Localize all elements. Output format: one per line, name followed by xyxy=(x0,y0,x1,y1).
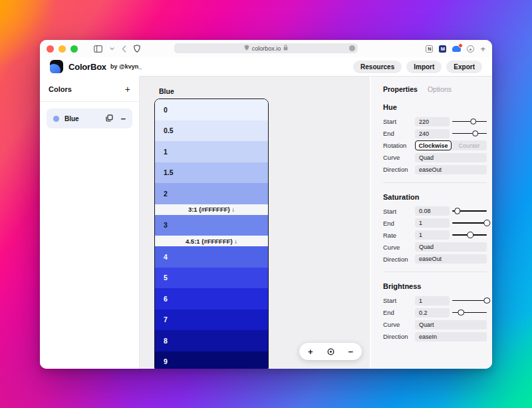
export-button[interactable]: Export xyxy=(446,61,482,73)
address-bar[interactable]: colorbox.io xyxy=(174,43,358,53)
property-row: Rate1 xyxy=(383,231,487,240)
segment-counter[interactable]: Counter xyxy=(452,140,487,150)
scale-swatch-row[interactable]: 0.5 xyxy=(155,120,268,142)
header-buttons: ResourcesImportExport xyxy=(353,61,482,73)
start-slider[interactable] xyxy=(452,117,487,126)
property-row: End240 xyxy=(383,129,487,138)
property-row: End1 xyxy=(383,219,487,228)
direction-select[interactable]: easeIn xyxy=(415,332,487,341)
privacy-shield-icon[interactable] xyxy=(134,45,140,53)
scale-swatch-row[interactable]: 0 xyxy=(155,99,268,120)
section-divider xyxy=(383,272,487,272)
tab-properties[interactable]: Properties xyxy=(383,85,418,93)
import-button[interactable]: Import xyxy=(406,61,442,73)
start-value-input[interactable]: 0.08 xyxy=(415,206,450,216)
end-slider[interactable] xyxy=(452,129,487,138)
end-slider[interactable] xyxy=(452,219,487,228)
zoom-reset-button[interactable] xyxy=(327,348,334,355)
color-list-item[interactable]: Blue− xyxy=(47,108,132,128)
rotation-segmented-control: ClockwiseCounter xyxy=(415,140,487,150)
new-tab-icon[interactable]: + xyxy=(480,45,485,53)
slider-knob[interactable] xyxy=(470,118,477,125)
back-icon[interactable] xyxy=(122,45,126,53)
curve-select[interactable]: Quad xyxy=(415,242,487,252)
site-shield-icon xyxy=(244,45,249,52)
contrast-marker: 4.5:1 (#FFFFFF) ↓ xyxy=(155,236,268,246)
slider-knob[interactable] xyxy=(483,298,490,304)
scale-swatch-row[interactable]: 7 xyxy=(155,309,268,331)
property-label: Curve xyxy=(383,154,415,161)
chevron-down-icon[interactable] xyxy=(110,47,114,51)
start-slider[interactable] xyxy=(452,207,487,216)
close-button[interactable] xyxy=(47,45,54,53)
start-slider[interactable] xyxy=(452,296,487,305)
curve-select[interactable]: Quad xyxy=(415,153,487,162)
minimize-button[interactable] xyxy=(59,45,66,53)
colorbox-logo-icon[interactable] xyxy=(50,60,63,73)
sidebar-divider xyxy=(40,101,139,102)
zoom-in-button[interactable]: + xyxy=(308,347,313,356)
traffic-lights xyxy=(47,45,78,53)
zoom-controls: + − xyxy=(299,343,362,360)
app-byline[interactable]: by @kvyn_ xyxy=(110,63,142,70)
slider-knob[interactable] xyxy=(483,220,490,226)
property-label: End xyxy=(383,130,415,137)
extension-m-icon[interactable]: M xyxy=(439,45,446,53)
scale-swatch-row[interactable]: 1 xyxy=(155,141,268,162)
scale-swatch-row[interactable]: 9 xyxy=(155,351,268,369)
zoom-out-button[interactable]: − xyxy=(348,347,353,356)
property-row: End0.2 xyxy=(383,308,487,317)
segment-clockwise[interactable]: Clockwise xyxy=(415,140,452,150)
tab-options[interactable]: Options xyxy=(428,85,452,93)
slider-knob[interactable] xyxy=(454,208,461,214)
property-label: Start xyxy=(383,297,415,304)
scale-swatch-row[interactable]: 2 xyxy=(155,183,268,204)
add-color-button[interactable]: + xyxy=(125,85,130,94)
extension-notion-icon[interactable]: N xyxy=(426,45,433,53)
direction-select[interactable]: easeOut xyxy=(415,165,487,174)
slider-knob[interactable] xyxy=(467,232,473,238)
resources-button[interactable]: Resources xyxy=(353,61,402,73)
scale-swatch-row[interactable]: 4 xyxy=(155,246,268,268)
sidebar-toggle-icon[interactable] xyxy=(94,45,102,53)
properties-panel: PropertiesOptions HueStart220End240Rotat… xyxy=(370,76,492,369)
scale-swatch-row[interactable]: 1.5 xyxy=(155,162,268,184)
scale-swatch-row[interactable]: 3 xyxy=(155,215,268,236)
color-scale-card: 00.511.523:1 (#FFFFFF) ↓34.5:1 (#FFFFFF)… xyxy=(154,99,269,369)
slider-track xyxy=(452,133,487,134)
rate-slider[interactable] xyxy=(452,231,487,240)
browser-window: colorbox.io N M + ColorBox by @kvyn_ Res… xyxy=(40,40,492,369)
extension-keyhole-icon[interactable] xyxy=(467,45,474,53)
end-value-input[interactable]: 240 xyxy=(415,129,450,138)
end-value-input[interactable]: 1 xyxy=(415,218,450,228)
slider-knob[interactable] xyxy=(472,130,479,137)
property-label: Direction xyxy=(383,333,415,340)
maximize-button[interactable] xyxy=(70,45,78,53)
color-item-actions: − xyxy=(106,112,126,124)
curve-select[interactable]: Quart xyxy=(415,320,487,329)
remove-color-icon[interactable]: − xyxy=(120,114,126,123)
panel-tabs: PropertiesOptions xyxy=(383,85,487,93)
property-label: Direction xyxy=(383,166,415,173)
color-item-label: Blue xyxy=(65,115,79,122)
start-value-input[interactable]: 1 xyxy=(415,296,450,306)
property-row: Start1 xyxy=(383,296,487,306)
reader-icon[interactable] xyxy=(349,45,355,51)
section-title-saturation: Saturation xyxy=(383,193,487,201)
end-slider[interactable] xyxy=(452,308,487,317)
rate-value-input[interactable]: 1 xyxy=(415,230,450,240)
scale-swatch-row[interactable]: 8 xyxy=(155,330,268,351)
scale-swatch-row[interactable]: 5 xyxy=(155,268,268,289)
app-name: ColorBox xyxy=(68,62,106,72)
property-label: End xyxy=(383,220,415,227)
url-text: colorbox.io xyxy=(252,45,281,52)
duplicate-icon[interactable] xyxy=(106,112,113,124)
slider-knob[interactable] xyxy=(458,309,464,316)
property-row: DirectioneaseOut xyxy=(383,165,487,174)
end-value-input[interactable]: 0.2 xyxy=(415,308,450,317)
notification-badge xyxy=(458,43,463,48)
scale-swatch-row[interactable]: 6 xyxy=(155,288,268,309)
start-value-input[interactable]: 220 xyxy=(415,117,450,126)
extension-cloud-icon[interactable] xyxy=(452,46,461,52)
direction-select[interactable]: easeOut xyxy=(415,254,487,264)
